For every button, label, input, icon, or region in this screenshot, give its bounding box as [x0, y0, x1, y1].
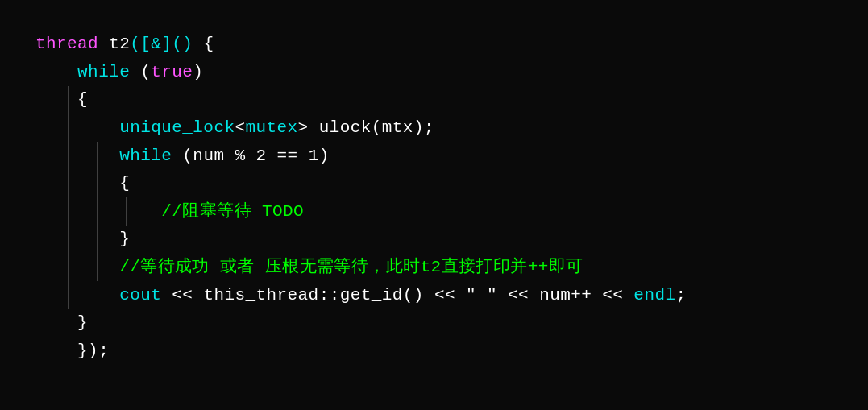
code-line-4: unique_lock<mutex> ulock(mtx); — [35, 114, 833, 143]
code-line-8: } — [35, 226, 833, 254]
code-token: { — [35, 174, 130, 193]
code-token: 2 — [256, 147, 267, 165]
code-token: << — [424, 286, 466, 304]
code-token: } — [35, 230, 130, 248]
code-token: << — [161, 286, 203, 304]
code-token: " — [466, 286, 476, 304]
code-token: endl — [633, 286, 675, 304]
code-token: //等待成功 或者 压根无需等待，此时t2直接打印并++即可 — [119, 258, 583, 276]
code-token — [35, 147, 119, 165]
code-token: ) — [319, 147, 330, 165]
code-token: //阻塞等待 TODO — [161, 202, 304, 221]
code-token: > — [298, 118, 319, 137]
code-token — [35, 286, 119, 304]
code-token: ( — [372, 118, 382, 137]
code-container: thread t2([&]() { while (true) { unique_… — [0, 0, 868, 410]
code-token: while — [77, 63, 130, 81]
code-token: :: — [319, 286, 340, 304]
code-token: ++ — [571, 286, 592, 304]
code-token: ; — [675, 286, 686, 304]
code-line-9: //等待成功 或者 压根无需等待，此时t2直接打印并++即可 — [35, 254, 833, 282]
code-token — [98, 35, 109, 53]
code-token: ([&]() — [130, 35, 193, 53]
code-token: cout — [119, 286, 161, 304]
code-line-1: thread t2([&]() { — [35, 31, 833, 59]
code-line-3: { — [35, 86, 833, 114]
code-token: get_id — [340, 286, 403, 304]
code-token: << — [497, 286, 539, 304]
code-token: t2 — [109, 35, 130, 53]
code-token: { — [35, 90, 88, 109]
code-token: << — [592, 286, 633, 304]
code-line-5: while (num % 2 == 1) — [35, 143, 833, 171]
code-token: ( — [172, 147, 193, 165]
code-token: mtx — [382, 118, 413, 137]
code-block: thread t2([&]() { while (true) { unique_… — [16, 14, 852, 382]
code-token: } — [35, 313, 88, 332]
code-token: }); — [35, 342, 109, 360]
code-token: ( — [130, 63, 151, 81]
code-line-7: //阻塞等待 TODO — [35, 198, 833, 226]
code-token: ); — [413, 118, 434, 137]
code-line-10: cout << this_thread::get_id() << " " << … — [35, 282, 833, 310]
code-token: { — [193, 35, 214, 53]
code-token — [35, 118, 119, 137]
indent-guide-3 — [126, 197, 127, 226]
code-token: ulock — [319, 118, 372, 137]
indent-guide-0 — [39, 58, 39, 338]
indent-guide-2 — [97, 142, 98, 281]
code-token — [35, 258, 119, 276]
code-token — [35, 63, 77, 81]
code-token: num — [193, 147, 224, 165]
code-line-2: while (true) — [35, 59, 833, 87]
code-token: unique_lock — [119, 118, 235, 137]
code-token: true — [151, 63, 193, 81]
code-token — [476, 286, 487, 304]
code-token — [35, 202, 161, 221]
code-token: % — [224, 147, 255, 165]
code-token: == — [267, 147, 309, 165]
code-token: () — [403, 286, 424, 304]
code-line-12: }); — [35, 338, 833, 366]
code-token: mutex — [245, 118, 297, 137]
code-line-11: } — [35, 309, 833, 338]
indent-guide-1 — [68, 86, 69, 309]
code-token: num — [539, 286, 571, 304]
code-line-6: { — [35, 170, 833, 198]
code-token: this_thread — [203, 286, 318, 304]
code-token: thread — [35, 35, 98, 53]
code-token: < — [235, 118, 245, 137]
code-token: " — [487, 286, 497, 304]
code-token: while — [119, 147, 172, 165]
code-token: ) — [193, 63, 203, 81]
code-token: 1 — [309, 147, 319, 165]
